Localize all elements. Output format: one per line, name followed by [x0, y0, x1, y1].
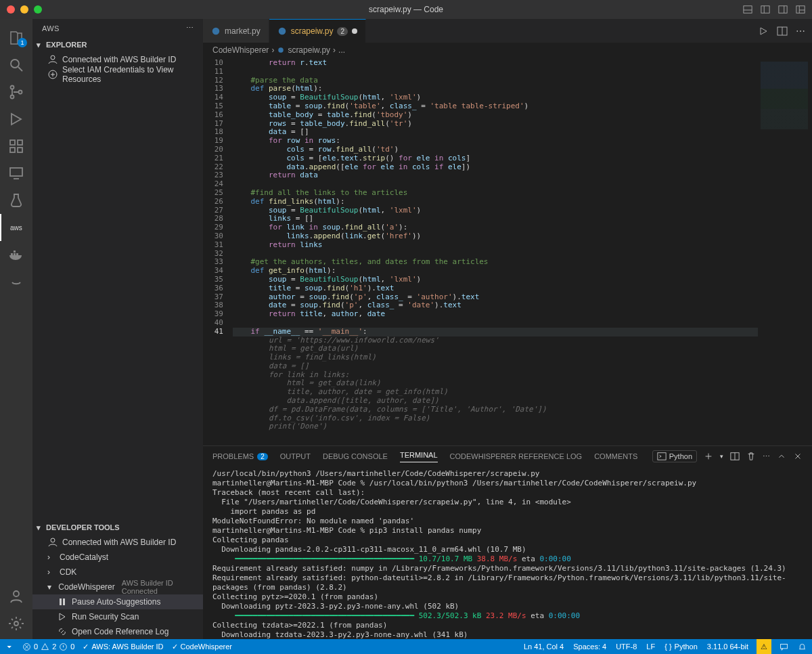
- status-indent[interactable]: Spaces: 4: [573, 642, 606, 651]
- testing-icon[interactable]: [0, 187, 32, 214]
- more-icon[interactable]: ⋯: [186, 24, 194, 32]
- sidebar-item-cdk[interactable]: ›CDK: [32, 565, 203, 580]
- run-icon[interactable]: [758, 26, 769, 37]
- svg-rect-17: [18, 140, 22, 145]
- sidebar: AWS ⋯ ▾EXPLORER Connected with AWS Build…: [32, 19, 203, 639]
- aws-icon[interactable]: aws: [0, 214, 32, 241]
- minimize-icon[interactable]: [20, 5, 28, 14]
- more-icon[interactable]: ⋯: [796, 26, 805, 37]
- chevron-up-icon[interactable]: [777, 452, 786, 461]
- svg-point-27: [51, 56, 55, 60]
- titlebar: scrapeiw.py — Code: [0, 0, 812, 19]
- terminal-profile[interactable]: Python: [652, 450, 697, 462]
- panel-tab-comments[interactable]: COMMENTS: [594, 452, 637, 460]
- minimap[interactable]: [758, 58, 812, 445]
- user-icon: [47, 537, 58, 548]
- sidebar-item-codewhisperer[interactable]: ▾CodeWhisperer AWS Builder ID Connected: [32, 580, 203, 594]
- account-icon[interactable]: [0, 585, 32, 612]
- panel-tab-problems[interactable]: PROBLEMS2: [212, 452, 268, 460]
- python-file-icon: [277, 26, 287, 36]
- status-bar: 0 2 0 ✓ AWS: AWS Builder ID ✓ CodeWhispe…: [0, 639, 812, 654]
- status-cursor-pos[interactable]: Ln 41, Col 4: [524, 642, 564, 651]
- code-editor[interactable]: 1011121314151617181920212223242526272829…: [203, 58, 812, 445]
- docker-icon[interactable]: [0, 241, 32, 268]
- code-content[interactable]: return r.text #parse the data def parse(…: [233, 58, 758, 445]
- panel-tab-terminal[interactable]: TERMINAL: [400, 451, 438, 462]
- explorer-section[interactable]: ▾EXPLORER: [32, 37, 203, 52]
- svg-point-38: [279, 47, 284, 53]
- editor-area: market.py scrapeiw.py 2 ⋯ CodeWhisperer …: [203, 19, 812, 639]
- status-python-version[interactable]: 3.11.0 64-bit: [707, 642, 748, 651]
- tab-scrapeiw-py[interactable]: scrapeiw.py 2: [269, 19, 366, 43]
- panel-tab-cw-reflog[interactable]: CODEWHISPERER REFERENCE LOG: [450, 452, 583, 460]
- svg-rect-0: [744, 6, 752, 14]
- devtools-section[interactable]: ▾DEVELOPER TOOLS: [32, 520, 203, 535]
- unsaved-dot-icon: [352, 28, 357, 34]
- sidebar-item-devtools-builder[interactable]: Connected with AWS Builder ID: [32, 535, 203, 550]
- svg-rect-2: [761, 6, 769, 14]
- smile-icon[interactable]: [0, 268, 32, 295]
- sidebar-item-reference-log[interactable]: Open Code Reference Log: [32, 624, 203, 639]
- status-codewhisperer[interactable]: ✓ CodeWhisperer: [172, 642, 232, 651]
- split-editor-icon[interactable]: [777, 26, 788, 37]
- terminal-output[interactable]: /usr/local/bin/python3 /Users/martinhell…: [203, 466, 812, 639]
- status-bell-icon[interactable]: [798, 642, 807, 651]
- breadcrumb[interactable]: CodeWhisperer › scrapeiw.py › ...: [203, 43, 812, 58]
- extensions-icon[interactable]: [0, 133, 32, 160]
- python-file-icon: [277, 46, 285, 54]
- status-feedback-icon[interactable]: [780, 642, 788, 651]
- split-terminal-icon[interactable]: [730, 452, 740, 461]
- chevron-down-icon[interactable]: ▾: [720, 453, 723, 460]
- explorer-icon[interactable]: 1: [0, 24, 32, 51]
- close-icon[interactable]: [7, 5, 15, 14]
- svg-rect-51: [781, 644, 788, 649]
- source-control-icon[interactable]: [0, 79, 32, 106]
- layout-customize-icon[interactable]: [796, 5, 805, 14]
- more-icon[interactable]: ⋯: [763, 452, 770, 461]
- pause-icon: [57, 596, 68, 607]
- sidebar-item-security-scan[interactable]: Run Security Scan: [32, 609, 203, 624]
- svg-point-12: [11, 95, 14, 99]
- plus-circle-icon: [47, 69, 58, 80]
- svg-rect-16: [18, 148, 22, 152]
- layout-panel-icon[interactable]: [743, 5, 752, 14]
- settings-gear-icon[interactable]: [0, 612, 32, 639]
- trash-icon[interactable]: [746, 452, 756, 461]
- svg-rect-18: [10, 168, 22, 176]
- maximize-icon[interactable]: [34, 5, 42, 14]
- svg-text:aws: aws: [10, 224, 22, 232]
- svg-line-10: [18, 67, 22, 71]
- status-warning-icon[interactable]: ⚠: [757, 639, 771, 654]
- svg-rect-39: [658, 453, 666, 460]
- status-problems[interactable]: 0 2 0: [22, 642, 74, 651]
- panel-tab-debug[interactable]: DEBUG CONSOLE: [323, 452, 388, 460]
- svg-point-31: [51, 538, 55, 542]
- line-numbers: 1011121314151617181920212223242526272829…: [203, 58, 233, 445]
- svg-point-25: [14, 591, 19, 596]
- svg-point-35: [278, 28, 286, 35]
- panel-tab-output[interactable]: OUTPUT: [280, 452, 311, 460]
- svg-rect-24: [14, 250, 16, 253]
- run-debug-icon[interactable]: [0, 106, 32, 133]
- layout-sidebar-left-icon[interactable]: [761, 5, 770, 14]
- svg-rect-21: [11, 253, 13, 255]
- layout-sidebar-right-icon[interactable]: [778, 5, 788, 14]
- svg-point-34: [212, 27, 220, 35]
- plus-icon[interactable]: [704, 452, 713, 461]
- sidebar-item-codecatalyst[interactable]: ›CodeCatalyst: [32, 550, 203, 565]
- status-aws[interactable]: ✓ AWS: AWS Builder ID: [83, 642, 163, 651]
- play-bug-icon: [57, 611, 68, 622]
- tab-market-py[interactable]: market.py: [203, 19, 269, 43]
- sidebar-item-iam[interactable]: Select IAM Credentials to View Resources: [32, 67, 203, 82]
- status-eol[interactable]: LF: [646, 642, 655, 651]
- sidebar-item-pause-suggestions[interactable]: Pause Auto-Suggestions: [32, 594, 203, 609]
- search-icon[interactable]: [0, 51, 32, 79]
- user-icon: [47, 54, 58, 65]
- svg-point-13: [19, 91, 22, 94]
- close-icon[interactable]: [793, 452, 803, 461]
- status-language[interactable]: { } Python: [664, 642, 698, 651]
- remote-indicator[interactable]: [5, 642, 14, 651]
- svg-point-9: [11, 60, 19, 68]
- status-encoding[interactable]: UTF-8: [616, 642, 637, 651]
- remote-icon[interactable]: [0, 160, 32, 187]
